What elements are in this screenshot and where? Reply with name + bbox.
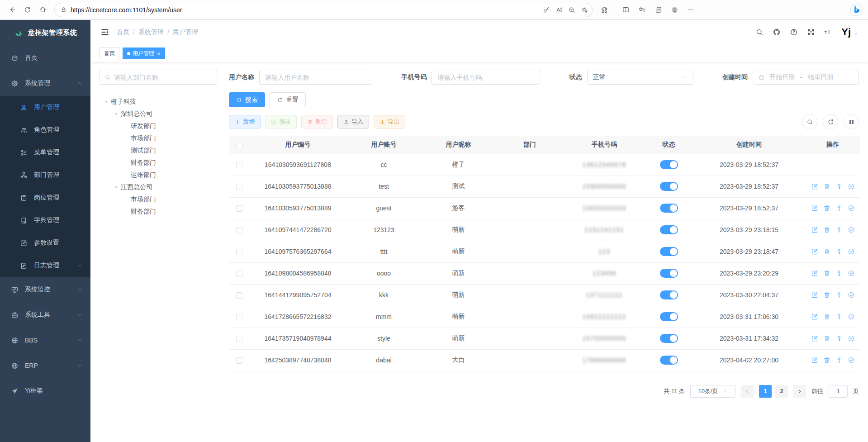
edit-user-icon[interactable] <box>811 248 818 255</box>
row-checkbox[interactable] <box>236 227 242 233</box>
row-checkbox[interactable] <box>236 184 242 190</box>
delete-user-icon[interactable] <box>823 226 830 233</box>
browser-nav-button[interactable] <box>5 3 19 17</box>
copilot-button[interactable] <box>849 3 863 17</box>
browser-toolbar-button[interactable] <box>597 3 612 17</box>
department-search-input[interactable] <box>114 74 212 81</box>
edit-user-icon[interactable] <box>811 335 818 342</box>
reset-password-icon[interactable] <box>835 183 843 190</box>
table-row[interactable]: 1641097576365297664 tttt 萌新 123 2023-03-… <box>229 241 860 262</box>
browser-toolbar-button[interactable] <box>683 3 698 17</box>
tree-node[interactable]: 测试部门 <box>100 144 217 157</box>
status-select[interactable]: 正常 <box>587 70 693 85</box>
tag-item[interactable]: 首页× <box>100 48 119 59</box>
sidebar-item[interactable]: 角色管理 <box>0 119 90 141</box>
next-page-button[interactable] <box>793 385 806 398</box>
import-button[interactable]: 导入 <box>337 115 369 128</box>
status-toggle[interactable] <box>660 269 678 278</box>
reset-password-icon[interactable] <box>835 226 843 233</box>
date-range-picker[interactable]: 开始日期 - 结束日期 <box>753 70 859 85</box>
reset-password-icon[interactable] <box>835 204 843 212</box>
address-bar[interactable]: https://ccnetcore.com:1101/system/user <box>54 3 593 17</box>
table-row[interactable]: 1641098004586958848 oooo 萌新 123456 2023-… <box>229 262 860 284</box>
status-toggle[interactable] <box>660 312 678 321</box>
breadcrumb-item[interactable]: 系统管理 <box>138 28 164 36</box>
tree-node[interactable]: 研发部门 <box>100 120 217 132</box>
phone-input[interactable] <box>432 70 540 85</box>
status-toggle[interactable] <box>660 334 678 343</box>
status-toggle[interactable] <box>660 160 678 169</box>
reset-password-icon[interactable] <box>835 270 843 277</box>
table-row[interactable]: 1641441299095752704 kkk 萌新 1371111111 20… <box>229 284 860 306</box>
table-row[interactable]: 1641030593691127808 cc 橙子 13612345678 20… <box>229 154 860 176</box>
status-toggle[interactable] <box>660 247 678 256</box>
address-bar-button[interactable] <box>579 4 590 16</box>
delete-user-icon[interactable] <box>823 291 830 299</box>
tree-node[interactable]: 深圳总公司 <box>100 108 217 120</box>
sidebar-item[interactable]: 字典管理 <box>0 209 90 232</box>
status-toggle[interactable] <box>660 182 678 191</box>
browser-toolbar-button[interactable] <box>651 3 665 17</box>
row-checkbox[interactable] <box>236 357 242 364</box>
prev-page-button[interactable] <box>741 385 754 398</box>
sidebar-item[interactable]: 用户管理 <box>0 96 90 119</box>
select-all-checkbox[interactable] <box>236 142 242 148</box>
date-end[interactable]: 结束日期 <box>808 73 833 81</box>
delete-user-icon[interactable] <box>823 335 830 342</box>
tree-node[interactable]: 橙子科技 <box>100 95 217 108</box>
row-checkbox[interactable] <box>236 162 242 168</box>
refresh-table-button[interactable] <box>823 114 838 129</box>
url-text[interactable]: https://ccnetcore.com:1101/system/user <box>71 6 537 14</box>
table-row[interactable]: 1641728665572216832 mmm 萌新 15822222222 2… <box>229 306 860 328</box>
browser-nav-button[interactable] <box>35 3 50 17</box>
assign-role-icon[interactable] <box>848 248 855 255</box>
caret-down-icon[interactable] <box>103 99 109 105</box>
table-row[interactable]: 1641030593775013889 guest 游客 15833333333… <box>229 197 860 219</box>
sidebar-item[interactable]: 菜单管理 <box>0 141 90 164</box>
app-logo[interactable]: 意框架管理系统 <box>0 20 90 45</box>
caret-down-icon[interactable] <box>113 184 119 190</box>
reset-button[interactable]: 重置 <box>270 92 306 107</box>
sidebar-item[interactable]: ERP <box>0 353 90 378</box>
status-toggle[interactable] <box>660 204 678 213</box>
breadcrumb-item[interactable]: 用户管理 <box>173 28 198 36</box>
goto-page-input[interactable] <box>829 385 848 398</box>
delete-user-icon[interactable] <box>823 313 830 320</box>
edit-user-icon[interactable] <box>811 291 818 299</box>
row-checkbox[interactable] <box>236 205 242 212</box>
department-search[interactable] <box>100 70 217 85</box>
status-toggle[interactable] <box>660 356 678 365</box>
sidebar-item[interactable]: Yi框架 <box>0 378 90 404</box>
sidebar-item[interactable]: 系统监控 <box>0 277 90 302</box>
status-toggle[interactable] <box>660 290 678 299</box>
delete-user-icon[interactable] <box>823 270 830 277</box>
delete-user-icon[interactable] <box>823 204 830 212</box>
delete-button[interactable]: 删除 <box>301 115 333 128</box>
date-start[interactable]: 开始日期 <box>769 73 795 81</box>
address-bar-button[interactable] <box>553 4 565 16</box>
assign-role-icon[interactable] <box>848 270 855 277</box>
reset-password-icon[interactable] <box>835 335 843 342</box>
row-checkbox[interactable] <box>236 292 242 299</box>
tree-node[interactable]: 市场部门 <box>100 132 217 144</box>
navbar-action[interactable] <box>773 28 781 36</box>
sidebar-item[interactable]: 参数设置 <box>0 232 90 254</box>
address-bar-button[interactable] <box>566 4 578 16</box>
navbar-action[interactable] <box>790 28 798 36</box>
table-row[interactable]: 1641097441472286720 123123 萌新 1231241231… <box>229 219 860 241</box>
username-input[interactable] <box>259 70 372 85</box>
delete-user-icon[interactable] <box>823 248 830 255</box>
edit-user-icon[interactable] <box>811 226 818 233</box>
page-button[interactable]: 2 <box>775 385 788 398</box>
reset-password-icon[interactable] <box>835 291 843 299</box>
assign-role-icon[interactable] <box>848 204 855 212</box>
caret-down-icon[interactable] <box>113 111 119 117</box>
add-button[interactable]: 新增 <box>229 115 261 128</box>
edit-user-icon[interactable] <box>811 313 818 320</box>
sidebar-item[interactable]: BBS <box>0 328 90 353</box>
breadcrumb-item[interactable]: 首页 <box>117 28 129 36</box>
sidebar-item[interactable]: 首页 <box>0 45 90 71</box>
tree-node[interactable]: 财务部门 <box>100 157 217 169</box>
sidebar-item[interactable]: 部门管理 <box>0 164 90 186</box>
table-row[interactable]: 1641735719040978944 style 萌新 15755555555… <box>229 328 860 349</box>
